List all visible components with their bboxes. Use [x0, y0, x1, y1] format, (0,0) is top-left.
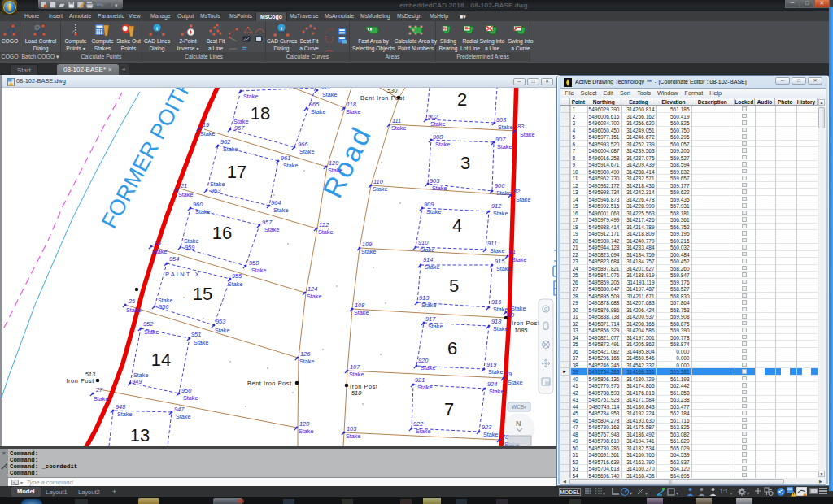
svg-text:Stake: Stake [361, 248, 376, 255]
svg-text:6: 6 [447, 338, 457, 358]
svg-text:Stake: Stake [354, 309, 369, 316]
svg-text:109: 109 [362, 241, 372, 248]
svg-text:948: 948 [116, 403, 126, 411]
svg-text:1085: 1085 [514, 327, 528, 334]
svg-text:956: 956 [159, 303, 169, 311]
svg-text:Stake: Stake [144, 328, 159, 336]
svg-text:N: N [516, 419, 521, 428]
svg-text:Stake: Stake [520, 131, 534, 138]
svg-text:4: 4 [452, 215, 462, 236]
svg-text:Stake: Stake [493, 210, 508, 217]
svg-text:Stake: Stake [417, 384, 432, 391]
svg-text:919: 919 [486, 361, 496, 368]
svg-text:110: 110 [373, 178, 384, 185]
svg-text:Stake: Stake [489, 388, 504, 395]
svg-text:960: 960 [193, 201, 203, 208]
svg-text:23: 23 [154, 239, 162, 246]
svg-text:Bent Iron Post: Bent Iron Post [247, 380, 292, 387]
svg-text:128: 128 [299, 420, 310, 428]
svg-text:3: 3 [460, 153, 470, 173]
svg-text:Stake: Stake [283, 162, 298, 169]
svg-text:i: i [281, 25, 282, 32]
svg-text:Bent Iron Post: Bent Iron Post [360, 94, 405, 102]
svg-text:Stake: Stake [126, 306, 141, 314]
svg-text:912: 912 [491, 202, 501, 210]
svg-text:7: 7 [444, 399, 454, 419]
svg-text:82: 82 [513, 188, 520, 195]
svg-text:▾: ▾ [101, 3, 103, 7]
svg-text:Stake: Stake [299, 148, 314, 155]
svg-text:Stake: Stake [264, 226, 279, 233]
svg-text:Stake: Stake [425, 263, 439, 271]
svg-text:Stake: Stake [497, 143, 512, 150]
svg-text:Stake: Stake [421, 302, 436, 309]
svg-text:955: 955 [232, 272, 242, 280]
svg-text:25: 25 [128, 298, 136, 305]
svg-text:Stake: Stake [307, 293, 321, 300]
svg-text:914: 914 [423, 256, 433, 263]
svg-text:924: 924 [487, 380, 497, 388]
svg-text:Stake: Stake [299, 428, 313, 435]
svg-text:i: i [156, 25, 158, 32]
svg-text:Stake: Stake [349, 371, 364, 378]
svg-text:Stake: Stake [243, 93, 258, 100]
svg-text:18: 18 [251, 103, 270, 124]
svg-text:910: 910 [418, 239, 429, 246]
svg-text:80: 80 [508, 311, 515, 319]
svg-text:950: 950 [181, 387, 192, 394]
svg-text:Stake: Stake [493, 325, 508, 332]
svg-text:954: 954 [169, 255, 179, 263]
svg-text:108: 108 [355, 302, 365, 309]
svg-text:923: 923 [482, 424, 492, 431]
svg-text:902: 902 [428, 113, 438, 120]
svg-text:124: 124 [307, 285, 317, 293]
svg-text:922: 922 [413, 420, 423, 428]
svg-text:Stake: Stake [420, 246, 434, 254]
svg-text:Stake: Stake [328, 167, 342, 174]
svg-text:Stake: Stake [251, 267, 266, 274]
svg-text:Stake: Stake [178, 191, 193, 198]
svg-text:Stake: Stake [426, 208, 441, 215]
svg-text:79: 79 [505, 371, 512, 378]
svg-text:Stake: Stake [215, 327, 229, 334]
svg-text:949: 949 [132, 378, 142, 385]
svg-text:966: 966 [298, 141, 308, 148]
svg-text:Stake: Stake [391, 124, 406, 132]
svg-text:≈: ≈ [242, 44, 247, 52]
svg-text:951: 951 [191, 331, 201, 338]
svg-text:PAINT X: PAINT X [165, 271, 201, 278]
svg-text:967: 967 [234, 124, 245, 132]
svg-text:81: 81 [509, 248, 516, 255]
svg-text:Stake: Stake [512, 256, 526, 263]
svg-text:Stake: Stake [416, 428, 430, 435]
svg-text:953: 953 [216, 318, 226, 325]
svg-text:958: 958 [249, 259, 259, 267]
svg-text:17: 17 [227, 162, 246, 182]
svg-text:Stake: Stake [322, 91, 337, 98]
svg-text:118: 118 [347, 101, 357, 108]
svg-text:Stake: Stake [152, 248, 167, 255]
svg-text:▾: ▾ [111, 3, 113, 7]
svg-text:Stake: Stake [346, 432, 360, 440]
svg-text:Stake: Stake [432, 185, 447, 192]
svg-text:961: 961 [281, 154, 290, 162]
svg-text:105: 105 [347, 425, 357, 432]
svg-text:Stake: Stake [273, 206, 288, 214]
svg-text:15: 15 [193, 284, 212, 304]
svg-text:2: 2 [457, 89, 467, 110]
svg-text:916: 916 [491, 298, 502, 306]
svg-text:962: 962 [220, 138, 230, 146]
svg-text:Stake: Stake [435, 141, 450, 148]
svg-text:120: 120 [329, 159, 339, 167]
svg-text:908: 908 [433, 133, 443, 141]
svg-text:Stake: Stake [194, 339, 208, 346]
svg-text:Stake: Stake [195, 208, 210, 215]
svg-text:Stake: Stake [200, 130, 215, 137]
svg-text:964: 964 [271, 199, 281, 206]
svg-text:Stake: Stake [299, 358, 314, 365]
svg-text:13: 13 [130, 425, 150, 445]
svg-text:963: 963 [211, 187, 221, 194]
svg-text:Iron Post: Iron Post [512, 319, 540, 327]
svg-text:513: 513 [85, 371, 96, 378]
svg-text:19: 19 [203, 121, 209, 128]
